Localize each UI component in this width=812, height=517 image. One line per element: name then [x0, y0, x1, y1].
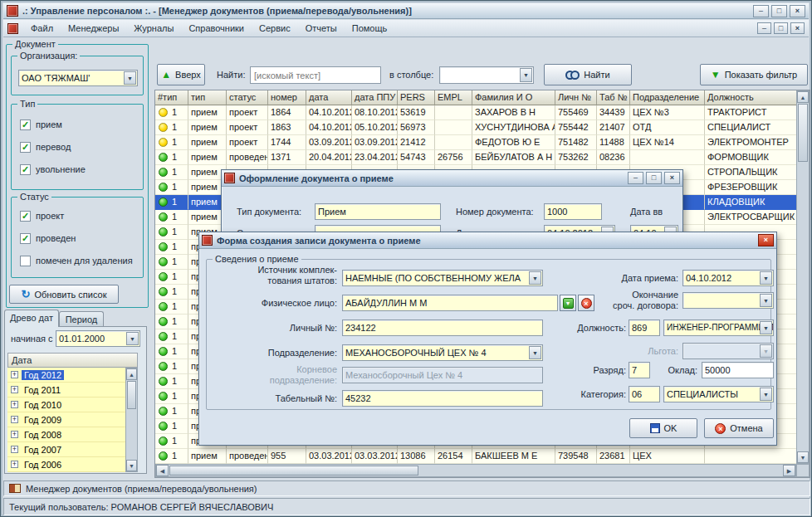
- chevron-down-icon[interactable]: ▼: [529, 346, 541, 359]
- dialog-hire-titlebar[interactable]: Форма создания записи документа о приеме: [199, 232, 776, 249]
- minimize-button[interactable]: [753, 5, 769, 17]
- scroll-thumb[interactable]: [169, 466, 418, 476]
- dialog-minimize-button[interactable]: [628, 172, 643, 184]
- scroll-right-icon[interactable]: ▶: [783, 465, 795, 476]
- dialog-maximize-button[interactable]: [646, 172, 662, 184]
- maximize-button[interactable]: [771, 5, 787, 17]
- title-bar[interactable]: .: Управление персоналом :. - [Менеджер …: [3, 3, 809, 19]
- tab-number-field[interactable]: 45232: [342, 390, 543, 407]
- type-option-1[interactable]: перевод: [20, 140, 139, 154]
- column-header-5[interactable]: дата ППУ: [352, 90, 398, 105]
- checkbox-icon[interactable]: [20, 256, 31, 266]
- table-hscrollbar[interactable]: ◀ ▶: [155, 464, 796, 477]
- start-date-select[interactable]: 01.01.2000 ▼: [56, 330, 140, 347]
- position-select[interactable]: ИНЖЕНЕР-ПРОГРАММИСТ▼: [663, 319, 774, 336]
- chevron-down-icon[interactable]: ▼: [760, 294, 772, 307]
- tree-item-4[interactable]: +Год 2008: [7, 427, 125, 442]
- expand-icon[interactable]: +: [11, 431, 18, 438]
- checkbox-icon[interactable]: [20, 233, 31, 244]
- chevron-down-icon[interactable]: ▼: [760, 321, 772, 334]
- column-header-3[interactable]: номер: [268, 90, 306, 105]
- dialog-hire-close-button[interactable]: [758, 234, 774, 246]
- scroll-thumb[interactable]: [798, 104, 808, 162]
- find-button[interactable]: Найти: [544, 64, 632, 85]
- table-row[interactable]: 1приемпроект186404.10.201208.10.20125361…: [155, 105, 796, 120]
- menu-item-6[interactable]: Помощь: [345, 22, 395, 35]
- expand-icon[interactable]: +: [11, 461, 18, 468]
- tree-item-3[interactable]: +Год 2009: [7, 412, 125, 427]
- column-header-11[interactable]: Подразделение: [630, 90, 705, 105]
- show-filter-button[interactable]: ▼ Показать фильтр: [700, 64, 808, 85]
- menu-item-0[interactable]: Файл: [23, 22, 61, 35]
- scroll-down-icon[interactable]: ▼: [797, 451, 809, 463]
- personal-number-field[interactable]: 234122: [342, 319, 543, 336]
- mdi-restore-button[interactable]: [774, 22, 788, 34]
- close-button[interactable]: [790, 5, 805, 17]
- checkbox-icon[interactable]: [20, 211, 31, 222]
- checkbox-icon[interactable]: [20, 142, 31, 153]
- column-select[interactable]: ▼: [439, 66, 534, 84]
- tab-period[interactable]: Период: [59, 311, 104, 327]
- cancel-button[interactable]: Отмена: [704, 418, 774, 438]
- tab-date-tree[interactable]: Древо дат: [4, 310, 59, 327]
- column-header-0[interactable]: #тип: [155, 90, 188, 105]
- tree-header[interactable]: Дата: [7, 353, 138, 368]
- column-header-7[interactable]: EMPL: [435, 90, 472, 105]
- menu-item-2[interactable]: Журналы: [126, 22, 181, 35]
- dialog-document-titlebar[interactable]: Оформление документа о приеме: [222, 170, 682, 187]
- doc-number-field[interactable]: 1000: [544, 203, 602, 220]
- mdi-minimize-button[interactable]: [757, 22, 771, 34]
- table-row[interactable]: 1приемпроведен95503.03.201203.03.2012130…: [155, 449, 796, 464]
- doc-type-field[interactable]: Прием: [315, 203, 441, 220]
- scroll-down-icon[interactable]: ▼: [126, 460, 137, 471]
- scroll-thumb[interactable]: [127, 381, 136, 409]
- status-option-2[interactable]: помечен для удаления: [20, 254, 141, 267]
- column-header-2[interactable]: статус: [227, 90, 268, 105]
- status-option-0[interactable]: проект: [20, 209, 141, 222]
- tree-item-2[interactable]: +Год 2010: [7, 398, 125, 412]
- hire-date-select[interactable]: 04.10.2012▼: [682, 270, 774, 286]
- menu-item-1[interactable]: Менеджеры: [61, 22, 126, 35]
- table-row[interactable]: 1приемпроект186304.10.201205.10.20125697…: [155, 120, 796, 135]
- division-select[interactable]: МЕХАНОСБОРОЧНЫЙ ЦЕХ № 4▼: [342, 344, 543, 361]
- table-vscrollbar[interactable]: ▲ ▼: [796, 90, 810, 464]
- status-option-1[interactable]: проведен: [20, 232, 141, 245]
- chevron-down-icon[interactable]: ▼: [126, 332, 139, 345]
- refresh-list-button[interactable]: ↻ Обновить список: [9, 285, 119, 304]
- position-code-field[interactable]: 869: [629, 319, 660, 336]
- column-header-1[interactable]: тип: [188, 90, 227, 105]
- column-header-12[interactable]: Должность: [705, 90, 796, 105]
- chevron-down-icon[interactable]: ▼: [520, 68, 532, 82]
- checkbox-icon[interactable]: [20, 164, 31, 175]
- column-header-4[interactable]: дата: [306, 90, 352, 105]
- scroll-up-icon[interactable]: ▲: [797, 91, 809, 103]
- menu-item-4[interactable]: Сервис: [252, 22, 298, 35]
- staff-source-select[interactable]: НАЕМНЫЕ (ПО СОБСТВЕННОМУ ЖЕЛА▼: [342, 270, 543, 286]
- chevron-down-icon[interactable]: ▼: [760, 271, 772, 285]
- type-option-0[interactable]: прием: [20, 118, 139, 131]
- tree-item-5[interactable]: +Год 2007: [7, 442, 125, 457]
- checkbox-icon[interactable]: [20, 119, 31, 130]
- mdi-close-button[interactable]: [790, 22, 805, 34]
- menu-item-5[interactable]: Отчеты: [298, 22, 345, 35]
- column-header-8[interactable]: Фамилия И О: [472, 90, 555, 105]
- category-select[interactable]: СПЕЦИАЛИСТЫ▼: [663, 386, 774, 402]
- person-field[interactable]: АБАЙДУЛЛИН М М: [342, 295, 558, 311]
- category-code-field[interactable]: 06: [629, 386, 660, 402]
- menu-item-3[interactable]: Справочники: [181, 22, 252, 35]
- search-input[interactable]: [250, 66, 381, 84]
- expand-icon[interactable]: +: [11, 401, 18, 408]
- dialog-close-button[interactable]: [664, 172, 680, 184]
- chevron-down-icon[interactable]: ▼: [529, 271, 541, 285]
- expand-icon[interactable]: +: [11, 416, 18, 423]
- column-header-10[interactable]: Таб №: [597, 90, 630, 105]
- column-header-9[interactable]: Личн №: [555, 90, 597, 105]
- expand-icon[interactable]: +: [11, 386, 18, 393]
- scroll-left-icon[interactable]: ◀: [156, 465, 169, 476]
- scroll-up-icon[interactable]: ▲: [126, 368, 137, 380]
- expand-icon[interactable]: +: [11, 371, 18, 378]
- type-option-2[interactable]: увольнение: [20, 163, 139, 176]
- table-row[interactable]: 1приемпроведен137120.04.201223.04.201254…: [155, 150, 796, 165]
- chevron-down-icon[interactable]: ▼: [124, 71, 136, 85]
- table-row[interactable]: 1приемпроект174403.09.201203.09.20122141…: [155, 135, 796, 150]
